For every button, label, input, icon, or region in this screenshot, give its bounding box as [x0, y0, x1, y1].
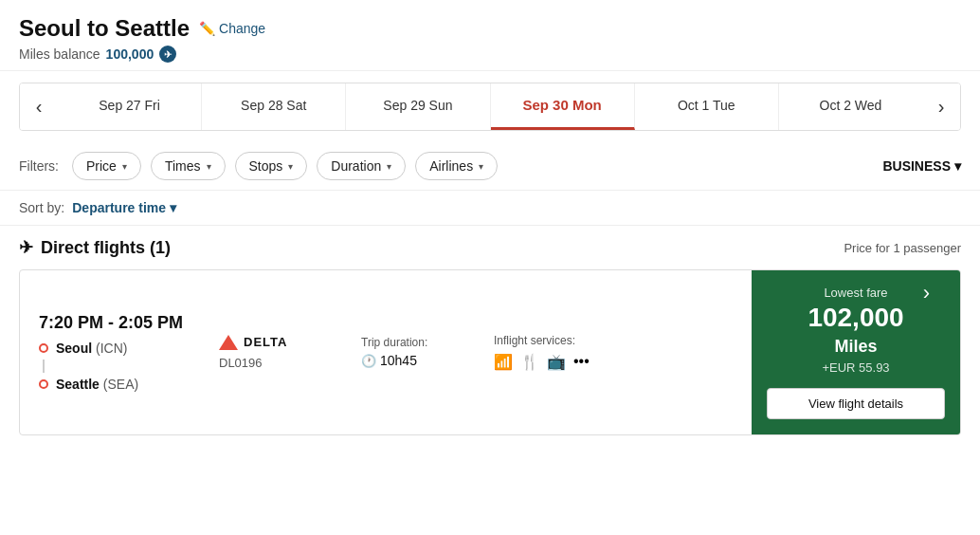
times-filter[interactable]: Times ▾	[151, 152, 226, 180]
airline-logo: DELTA	[219, 335, 333, 350]
view-flight-details-button[interactable]: View flight details	[767, 388, 945, 419]
date-tab-0[interactable]: Sep 27 Fri	[58, 83, 202, 130]
flight-times: 7:20 PM - 2:05 PM Seoul (ICN)	[39, 313, 191, 392]
date-tab-4[interactable]: Oct 1 Tue	[635, 83, 779, 130]
route-container: Seoul (ICN) Seattle (SEA)	[39, 341, 191, 392]
chevron-down-icon: ▾	[122, 161, 127, 172]
flight-number: DL0196	[219, 356, 333, 370]
destination-city: Seattle (SEA)	[56, 377, 138, 392]
duration-filter[interactable]: Duration ▾	[317, 152, 406, 180]
airlines-filter[interactable]: Airlines ▾	[415, 152, 498, 180]
miles-value: 100,000	[106, 46, 154, 62]
chevron-down-icon: ▾	[207, 161, 211, 172]
fare-box: Lowest fare › 102,000 Miles +EUR 55.93 V…	[752, 270, 960, 434]
trip-duration-value: 🕐 10h45	[361, 353, 465, 368]
origin-dot	[39, 343, 48, 353]
cabin-class-filter[interactable]: BUSINESS ▾	[882, 158, 961, 174]
date-tabs: Sep 27 Fri Sep 28 Sat Sep 29 Sun Sep 30 …	[58, 83, 922, 130]
section-header: ✈ Direct flights (1) Price for 1 passeng…	[19, 237, 961, 258]
miles-icon: ✈	[159, 46, 176, 63]
fare-arrow-icon: ›	[923, 281, 930, 305]
filters-label: Filters:	[19, 158, 59, 174]
trip-duration: Trip duration: 🕐 10h45	[361, 336, 465, 368]
pencil-icon: ✏️	[199, 21, 215, 36]
flight-card-main: 7:20 PM - 2:05 PM Seoul (ICN)	[20, 270, 752, 434]
clock-icon: 🕐	[361, 354, 376, 368]
fare-eur: +EUR 55.93	[822, 360, 889, 375]
filters-bar: Filters: Price ▾ Times ▾ Stops ▾ Duratio…	[0, 142, 980, 191]
passenger-info: Price for 1 passenger	[844, 241, 961, 255]
fare-top: Lowest fare ›	[767, 286, 945, 300]
change-button[interactable]: ✏️ Change	[199, 21, 265, 36]
flight-card: 7:20 PM - 2:05 PM Seoul (ICN)	[19, 269, 961, 435]
route-line	[43, 360, 45, 373]
destination-route-item: Seattle (SEA)	[39, 377, 191, 392]
inflight-label: Inflight services:	[494, 334, 617, 347]
fare-miles-word: Miles	[834, 337, 877, 357]
header: Seoul to Seattle ✏️ Change Miles balance…	[0, 0, 980, 71]
miles-balance-row: Miles balance 100,000 ✈	[19, 46, 961, 63]
chevron-down-icon: ▾	[387, 161, 391, 172]
next-date-button[interactable]: ›	[922, 83, 960, 130]
sort-label: Sort by:	[19, 200, 64, 215]
chevron-down-icon: ▾	[170, 200, 176, 215]
date-tab-5[interactable]: Oct 2 Wed	[779, 83, 922, 130]
more-services-icon: •••	[573, 353, 590, 370]
stops-filter[interactable]: Stops ▾	[235, 152, 308, 180]
flights-section: ✈ Direct flights (1) Price for 1 passeng…	[0, 226, 980, 447]
wifi-icon: 📶	[494, 353, 513, 371]
inflight-services: Inflight services: 📶 🍴 📺 •••	[494, 334, 617, 371]
prev-date-button[interactable]: ‹	[20, 83, 58, 130]
plane-icon: ✈	[19, 237, 33, 258]
delta-logo-icon	[219, 335, 238, 350]
fare-miles: 102,000	[808, 304, 903, 333]
chevron-down-icon: ▾	[288, 161, 293, 172]
chevron-down-icon: ▾	[954, 158, 961, 174]
route-title: Seoul to Seattle	[19, 15, 190, 42]
trip-duration-label: Trip duration:	[361, 336, 465, 349]
flight-time-range: 7:20 PM - 2:05 PM	[39, 313, 191, 333]
date-tab-2[interactable]: Sep 29 Sun	[346, 83, 490, 130]
fare-label: Lowest fare	[824, 286, 887, 300]
price-filter[interactable]: Price ▾	[72, 152, 141, 180]
sort-value[interactable]: Departure time ▾	[72, 200, 176, 215]
entertainment-icon: 📺	[547, 353, 566, 371]
page-title: Seoul to Seattle ✏️ Change	[19, 15, 961, 42]
airline-info: DELTA DL0196	[219, 335, 333, 370]
destination-dot	[39, 379, 48, 389]
section-title: ✈ Direct flights (1)	[19, 237, 171, 258]
date-navigation: ‹ Sep 27 Fri Sep 28 Sat Sep 29 Sun Sep 3…	[19, 83, 961, 131]
sort-bar: Sort by: Departure time ▾	[0, 191, 980, 226]
chevron-down-icon: ▾	[479, 161, 483, 172]
miles-balance-label: Miles balance	[19, 46, 100, 62]
date-tab-1[interactable]: Sep 28 Sat	[202, 83, 346, 130]
origin-city: Seoul (ICN)	[56, 341, 127, 356]
service-icons: 📶 🍴 📺 •••	[494, 353, 617, 371]
meal-icon: 🍴	[520, 353, 539, 371]
origin-route-item: Seoul (ICN)	[39, 341, 191, 356]
date-tab-3[interactable]: Sep 30 Mon	[491, 83, 635, 130]
airline-name: DELTA	[244, 335, 287, 349]
